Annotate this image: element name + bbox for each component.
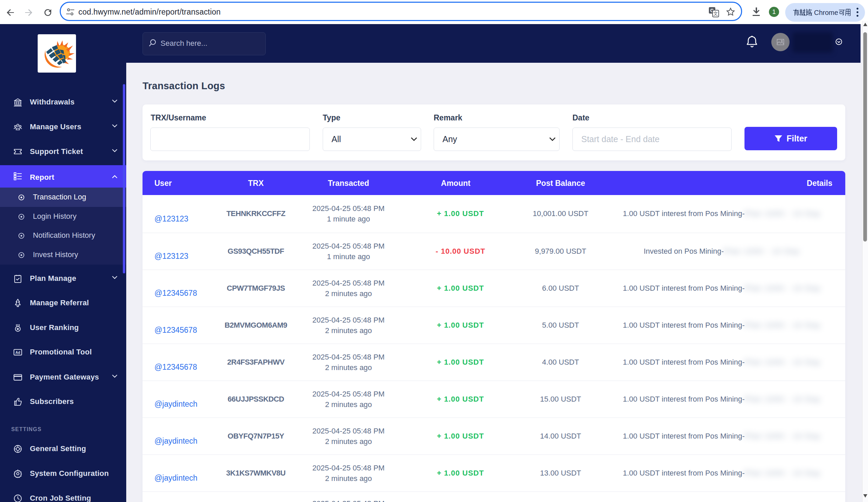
svg-text:Ad: Ad bbox=[16, 351, 20, 354]
svg-text:文: 文 bbox=[713, 11, 718, 16]
